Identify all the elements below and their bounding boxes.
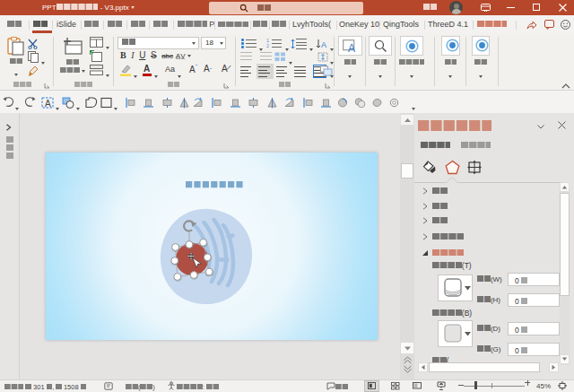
svg-text:A: A <box>45 99 51 109</box>
svg-text:A: A <box>321 40 326 49</box>
svg-text:A: A <box>348 42 355 53</box>
